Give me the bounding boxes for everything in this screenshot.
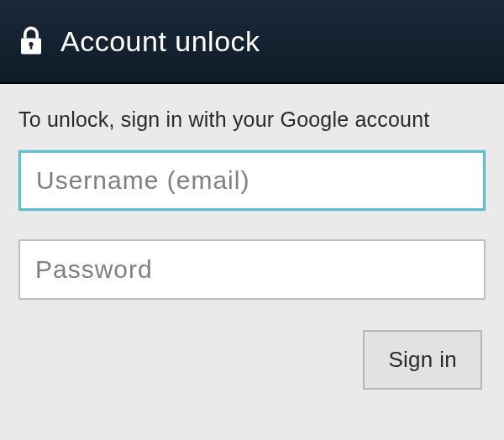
signin-button[interactable]: Sign in bbox=[363, 330, 482, 390]
page-title: Account unlock bbox=[60, 25, 260, 58]
svg-rect-2 bbox=[30, 45, 33, 50]
button-row: Sign in bbox=[18, 330, 486, 390]
username-input[interactable] bbox=[18, 150, 486, 211]
header-bar: Account unlock bbox=[0, 0, 504, 84]
lock-icon bbox=[18, 26, 44, 56]
instruction-text: To unlock, sign in with your Google acco… bbox=[18, 107, 486, 132]
password-input[interactable] bbox=[18, 239, 486, 300]
content-area: To unlock, sign in with your Google acco… bbox=[0, 84, 504, 408]
field-spacer bbox=[18, 211, 486, 239]
